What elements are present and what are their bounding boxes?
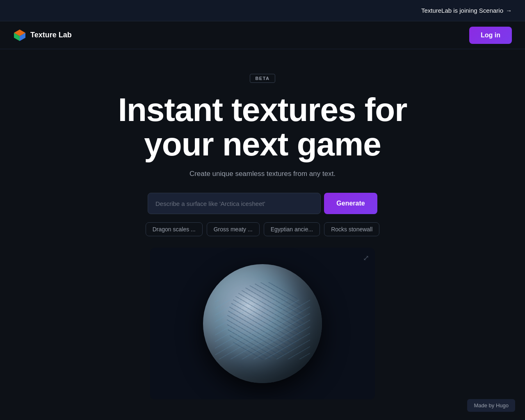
sphere-container bbox=[197, 258, 328, 389]
chip-gross-meaty[interactable]: Gross meaty ... bbox=[207, 222, 260, 236]
chips-container: Dragon scales ... Gross meaty ... Egypti… bbox=[146, 222, 380, 236]
announcement-bar: TextureLab is joining Scenario → bbox=[0, 0, 525, 21]
search-area: Generate bbox=[148, 193, 377, 214]
hero-title: Instant textures for your next game bbox=[118, 93, 407, 162]
login-button[interactable]: Log in bbox=[469, 27, 512, 44]
texture-sphere bbox=[203, 264, 322, 383]
made-by-label: Made by Hugo bbox=[467, 399, 515, 412]
logo-area: Texture Lab bbox=[13, 29, 72, 42]
preview-container: ⤢ bbox=[150, 248, 375, 399]
generate-button[interactable]: Generate bbox=[324, 193, 377, 214]
expand-icon[interactable]: ⤢ bbox=[363, 253, 369, 262]
logo-name: Texture Lab bbox=[30, 31, 72, 39]
chip-rocks-stonewall[interactable]: Rocks stonewall bbox=[324, 222, 379, 236]
logo-icon bbox=[13, 29, 26, 42]
chip-dragon-scales[interactable]: Dragon scales ... bbox=[146, 222, 203, 236]
search-input[interactable] bbox=[148, 193, 321, 214]
hero-section: BETA Instant textures for your next game… bbox=[0, 49, 525, 399]
chip-egyptian[interactable]: Egyptian ancie... bbox=[264, 222, 320, 236]
hero-subtitle: Create unique seamless textures from any… bbox=[189, 170, 336, 178]
beta-badge: BETA bbox=[250, 74, 275, 83]
announcement-text: TextureLab is joining Scenario bbox=[421, 7, 503, 14]
announcement-arrow: → bbox=[506, 7, 512, 14]
main-nav: Texture Lab Log in bbox=[0, 21, 525, 49]
announcement-link[interactable]: TextureLab is joining Scenario → bbox=[421, 7, 512, 14]
